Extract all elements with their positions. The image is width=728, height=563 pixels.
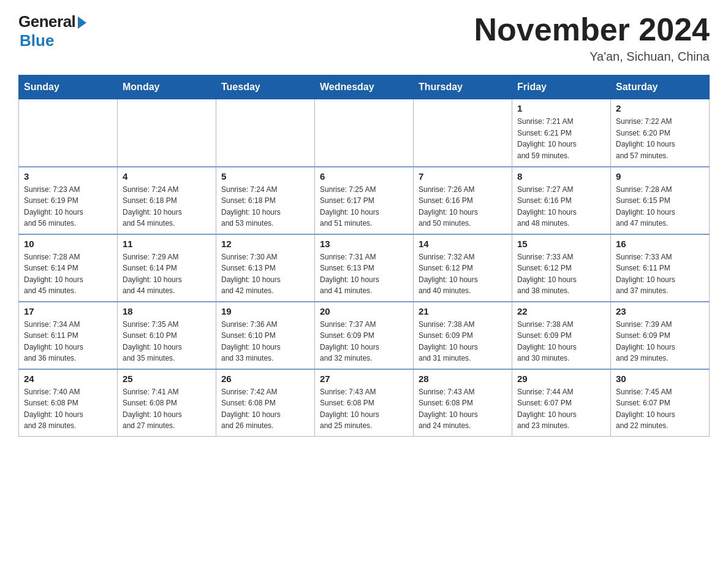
day-info: Sunrise: 7:22 AMSunset: 6:20 PMDaylight:… [616, 116, 704, 161]
day-info: Sunrise: 7:40 AMSunset: 6:08 PMDaylight:… [24, 386, 112, 432]
logo-arrow-icon [78, 17, 86, 29]
calendar-week-row: 1Sunrise: 7:21 AMSunset: 6:21 PMDaylight… [19, 99, 710, 167]
day-info: Sunrise: 7:26 AMSunset: 6:16 PMDaylight:… [419, 184, 507, 229]
day-info: Sunrise: 7:37 AMSunset: 6:09 PMDaylight:… [320, 319, 408, 364]
day-info: Sunrise: 7:21 AMSunset: 6:21 PMDaylight:… [517, 116, 605, 161]
day-number: 4 [123, 171, 211, 182]
calendar-day-cell: 10Sunrise: 7:28 AMSunset: 6:14 PMDayligh… [19, 234, 118, 302]
day-number: 23 [616, 306, 704, 316]
calendar-day-cell [19, 99, 118, 167]
day-number: 15 [517, 239, 605, 249]
calendar-day-cell [216, 99, 315, 167]
calendar-day-cell: 14Sunrise: 7:32 AMSunset: 6:12 PMDayligh… [414, 234, 512, 302]
day-number: 12 [221, 239, 309, 249]
day-number: 27 [320, 373, 408, 384]
day-info: Sunrise: 7:23 AMSunset: 6:19 PMDaylight:… [24, 184, 112, 229]
calendar-day-cell: 7Sunrise: 7:26 AMSunset: 6:16 PMDaylight… [414, 167, 512, 234]
calendar-day-cell: 22Sunrise: 7:38 AMSunset: 6:09 PMDayligh… [512, 302, 611, 369]
calendar-table: SundayMondayTuesdayWednesdayThursdayFrid… [18, 75, 710, 437]
day-info: Sunrise: 7:33 AMSunset: 6:11 PMDaylight:… [616, 251, 704, 297]
calendar-day-cell: 9Sunrise: 7:28 AMSunset: 6:15 PMDaylight… [611, 167, 710, 234]
day-number: 20 [320, 306, 408, 316]
day-info: Sunrise: 7:45 AMSunset: 6:07 PMDaylight:… [616, 386, 704, 432]
calendar-week-row: 3Sunrise: 7:23 AMSunset: 6:19 PMDaylight… [19, 167, 710, 234]
calendar-day-cell: 27Sunrise: 7:43 AMSunset: 6:08 PMDayligh… [315, 369, 414, 437]
day-number: 5 [221, 171, 309, 182]
calendar-day-cell: 5Sunrise: 7:24 AMSunset: 6:18 PMDaylight… [216, 167, 315, 234]
calendar-day-cell: 20Sunrise: 7:37 AMSunset: 6:09 PMDayligh… [315, 302, 414, 369]
calendar-day-cell [315, 99, 414, 167]
day-number: 28 [419, 373, 507, 384]
day-number: 9 [616, 171, 704, 182]
calendar-day-cell: 4Sunrise: 7:24 AMSunset: 6:18 PMDaylight… [118, 167, 216, 234]
page-header: General Blue November 2024 Ya'an, Sichua… [18, 12, 710, 64]
day-number: 6 [320, 171, 408, 182]
calendar-day-cell: 16Sunrise: 7:33 AMSunset: 6:11 PMDayligh… [611, 234, 710, 302]
day-number: 21 [419, 306, 507, 316]
day-of-week-header: Wednesday [315, 75, 414, 99]
calendar-day-cell: 30Sunrise: 7:45 AMSunset: 6:07 PMDayligh… [611, 369, 710, 437]
day-number: 30 [616, 373, 704, 384]
calendar-day-cell: 18Sunrise: 7:35 AMSunset: 6:10 PMDayligh… [118, 302, 216, 369]
calendar-week-row: 10Sunrise: 7:28 AMSunset: 6:14 PMDayligh… [19, 234, 710, 302]
day-info: Sunrise: 7:43 AMSunset: 6:08 PMDaylight:… [419, 386, 507, 432]
calendar-day-cell: 8Sunrise: 7:27 AMSunset: 6:16 PMDaylight… [512, 167, 611, 234]
day-number: 8 [517, 171, 605, 182]
day-number: 19 [221, 306, 309, 316]
calendar-day-cell: 6Sunrise: 7:25 AMSunset: 6:17 PMDaylight… [315, 167, 414, 234]
day-info: Sunrise: 7:31 AMSunset: 6:13 PMDaylight:… [320, 251, 408, 297]
day-info: Sunrise: 7:36 AMSunset: 6:10 PMDaylight:… [221, 319, 309, 364]
day-number: 7 [419, 171, 507, 182]
day-info: Sunrise: 7:25 AMSunset: 6:17 PMDaylight:… [320, 184, 408, 229]
day-number: 18 [123, 306, 211, 316]
calendar-day-cell: 21Sunrise: 7:38 AMSunset: 6:09 PMDayligh… [414, 302, 512, 369]
calendar-day-cell: 23Sunrise: 7:39 AMSunset: 6:09 PMDayligh… [611, 302, 710, 369]
day-info: Sunrise: 7:38 AMSunset: 6:09 PMDaylight:… [517, 319, 605, 364]
calendar-day-cell: 25Sunrise: 7:41 AMSunset: 6:08 PMDayligh… [118, 369, 216, 437]
month-title: November 2024 [474, 12, 710, 47]
calendar-day-cell: 24Sunrise: 7:40 AMSunset: 6:08 PMDayligh… [19, 369, 118, 437]
logo-blue-text: Blue [20, 31, 54, 50]
day-number: 3 [24, 171, 112, 182]
calendar-day-cell: 1Sunrise: 7:21 AMSunset: 6:21 PMDaylight… [512, 99, 611, 167]
day-number: 10 [24, 239, 112, 249]
day-of-week-header: Friday [512, 75, 611, 99]
day-number: 17 [24, 306, 112, 316]
calendar-day-cell: 19Sunrise: 7:36 AMSunset: 6:10 PMDayligh… [216, 302, 315, 369]
day-number: 26 [221, 373, 309, 384]
logo-general-text: General [18, 12, 75, 31]
calendar-week-row: 17Sunrise: 7:34 AMSunset: 6:11 PMDayligh… [19, 302, 710, 369]
day-number: 22 [517, 306, 605, 316]
calendar-day-cell: 17Sunrise: 7:34 AMSunset: 6:11 PMDayligh… [19, 302, 118, 369]
day-number: 24 [24, 373, 112, 384]
calendar-day-cell: 12Sunrise: 7:30 AMSunset: 6:13 PMDayligh… [216, 234, 315, 302]
day-of-week-header: Sunday [19, 75, 118, 99]
day-info: Sunrise: 7:28 AMSunset: 6:15 PMDaylight:… [616, 184, 704, 229]
day-info: Sunrise: 7:42 AMSunset: 6:08 PMDaylight:… [221, 386, 309, 432]
calendar-day-cell: 26Sunrise: 7:42 AMSunset: 6:08 PMDayligh… [216, 369, 315, 437]
calendar-week-row: 24Sunrise: 7:40 AMSunset: 6:08 PMDayligh… [19, 369, 710, 437]
calendar-day-cell: 2Sunrise: 7:22 AMSunset: 6:20 PMDaylight… [611, 99, 710, 167]
day-of-week-header: Saturday [611, 75, 710, 99]
day-info: Sunrise: 7:28 AMSunset: 6:14 PMDaylight:… [24, 251, 112, 297]
day-of-week-header: Thursday [414, 75, 512, 99]
day-info: Sunrise: 7:41 AMSunset: 6:08 PMDaylight:… [123, 386, 211, 432]
day-number: 2 [616, 103, 704, 113]
day-info: Sunrise: 7:44 AMSunset: 6:07 PMDaylight:… [517, 386, 605, 432]
day-info: Sunrise: 7:24 AMSunset: 6:18 PMDaylight:… [123, 184, 211, 229]
day-number: 1 [517, 103, 605, 113]
calendar-day-cell: 29Sunrise: 7:44 AMSunset: 6:07 PMDayligh… [512, 369, 611, 437]
day-number: 14 [419, 239, 507, 249]
day-info: Sunrise: 7:39 AMSunset: 6:09 PMDaylight:… [616, 319, 704, 364]
calendar-day-cell: 28Sunrise: 7:43 AMSunset: 6:08 PMDayligh… [414, 369, 512, 437]
day-info: Sunrise: 7:30 AMSunset: 6:13 PMDaylight:… [221, 251, 309, 297]
calendar-header-row: SundayMondayTuesdayWednesdayThursdayFrid… [19, 75, 710, 99]
day-number: 25 [123, 373, 211, 384]
day-of-week-header: Tuesday [216, 75, 315, 99]
day-of-week-header: Monday [118, 75, 216, 99]
calendar-day-cell: 13Sunrise: 7:31 AMSunset: 6:13 PMDayligh… [315, 234, 414, 302]
calendar-day-cell [118, 99, 216, 167]
logo: General Blue [18, 12, 86, 50]
day-info: Sunrise: 7:43 AMSunset: 6:08 PMDaylight:… [320, 386, 408, 432]
day-info: Sunrise: 7:32 AMSunset: 6:12 PMDaylight:… [419, 251, 507, 297]
